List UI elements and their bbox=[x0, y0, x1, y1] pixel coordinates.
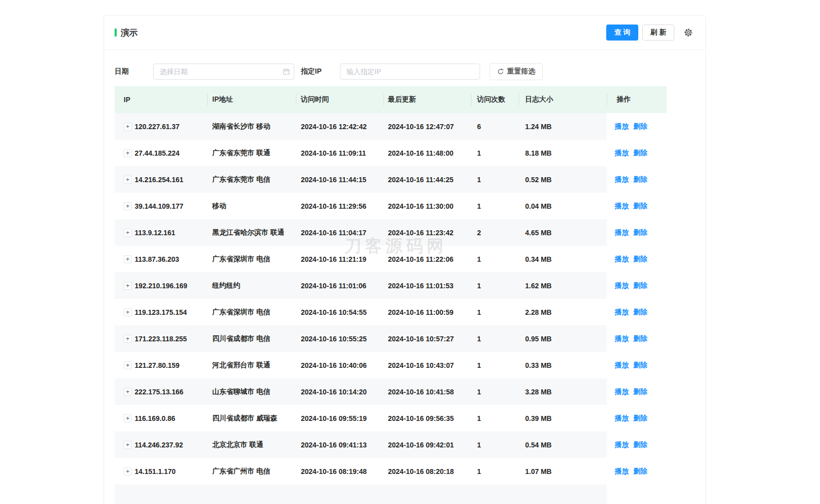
play-link[interactable]: 播放 bbox=[615, 281, 629, 290]
reset-filters-button[interactable]: 重置筛选 bbox=[490, 63, 543, 80]
cell-log-size: 0.39 MB bbox=[519, 405, 607, 431]
cell-ip: + 120.227.61.37 bbox=[115, 113, 207, 140]
play-link[interactable]: 播放 bbox=[615, 175, 629, 184]
cell-visit-count: 1 bbox=[471, 352, 519, 378]
expand-row-button[interactable]: + bbox=[124, 414, 132, 422]
date-picker-input[interactable] bbox=[153, 64, 294, 80]
cell-ip: + 222.175.13.166 bbox=[115, 378, 207, 405]
ip-value: 116.169.0.86 bbox=[135, 414, 175, 422]
table-row-partial bbox=[115, 484, 667, 504]
settings-button[interactable] bbox=[683, 28, 693, 38]
expand-row-button[interactable]: + bbox=[124, 441, 132, 449]
cell-visit-time: 2024-10-16 10:14:20 bbox=[296, 378, 383, 405]
reset-filters-label: 重置筛选 bbox=[507, 67, 535, 76]
panel-card: 演示 查 询 刷 新 日期 bbox=[104, 15, 706, 504]
delete-link[interactable]: 删除 bbox=[633, 361, 647, 370]
reset-icon bbox=[497, 68, 504, 75]
expand-row-button[interactable]: + bbox=[124, 176, 132, 184]
table-row: + 121.27.80.159 河北省邢台市 联通 2024-10-16 10:… bbox=[115, 352, 667, 378]
column-header-last-update: 最后更新 bbox=[383, 86, 471, 113]
delete-link[interactable]: 删除 bbox=[633, 122, 647, 131]
cell-ip: + 39.144.109.177 bbox=[115, 193, 207, 219]
cell-address: 广东省东莞市 电信 bbox=[207, 166, 296, 193]
play-link[interactable]: 播放 bbox=[615, 255, 629, 264]
ip-value: 119.123.175.154 bbox=[135, 308, 187, 316]
play-link[interactable]: 播放 bbox=[615, 308, 629, 317]
table-row: + 119.123.175.154 广东省深圳市 电信 2024-10-16 1… bbox=[115, 299, 667, 325]
play-link[interactable]: 播放 bbox=[615, 387, 629, 396]
cell-ip: + 113.9.12.161 bbox=[115, 219, 207, 246]
play-link[interactable]: 播放 bbox=[615, 414, 629, 423]
delete-link[interactable]: 删除 bbox=[633, 202, 647, 211]
cell-log-size: 2.28 MB bbox=[519, 299, 607, 325]
expand-row-button[interactable]: + bbox=[124, 335, 132, 343]
expand-row-button[interactable]: + bbox=[124, 361, 132, 369]
date-filter-label: 日期 bbox=[115, 67, 153, 76]
page-title: 演示 bbox=[121, 27, 138, 39]
delete-link[interactable]: 删除 bbox=[633, 281, 647, 290]
table-body: + 120.227.61.37 湖南省长沙市 移动 2024-10-16 12:… bbox=[115, 113, 667, 504]
delete-link[interactable]: 删除 bbox=[633, 414, 647, 423]
cell-address: 广东省深圳市 电信 bbox=[207, 246, 296, 272]
expand-row-button[interactable]: + bbox=[124, 149, 132, 157]
query-button[interactable]: 查 询 bbox=[606, 25, 638, 41]
play-link[interactable]: 播放 bbox=[615, 440, 629, 449]
delete-link[interactable]: 删除 bbox=[633, 228, 647, 237]
cell-address: 河北省邢台市 联通 bbox=[207, 352, 296, 378]
table-row: + 27.44.185.224 广东省东莞市 联通 2024-10-16 11:… bbox=[115, 140, 667, 166]
play-link[interactable]: 播放 bbox=[615, 467, 629, 476]
cell-visit-time: 2024-10-16 10:55:25 bbox=[296, 325, 383, 352]
cell-last-update: 2024-10-16 11:30:00 bbox=[383, 193, 471, 219]
expand-row-button[interactable]: + bbox=[124, 229, 132, 237]
cell-visit-time: 2024-10-16 11:09:11 bbox=[296, 140, 383, 166]
cell-actions: 播放 删除 bbox=[607, 272, 667, 299]
table-row: + 222.175.13.166 山东省聊城市 电信 2024-10-16 10… bbox=[115, 378, 667, 405]
play-link[interactable]: 播放 bbox=[615, 228, 629, 237]
cell-actions: 播放 删除 bbox=[607, 458, 667, 484]
expand-row-button[interactable]: + bbox=[124, 388, 132, 396]
delete-link[interactable]: 删除 bbox=[633, 255, 647, 264]
cell-ip: + 14.216.254.161 bbox=[115, 166, 207, 193]
play-link[interactable]: 播放 bbox=[615, 361, 629, 370]
play-link[interactable]: 播放 bbox=[615, 334, 629, 343]
expand-row-button[interactable]: + bbox=[124, 202, 132, 210]
cell-ip: + 171.223.118.255 bbox=[115, 325, 207, 352]
delete-link[interactable]: 删除 bbox=[633, 334, 647, 343]
refresh-button[interactable]: 刷 新 bbox=[642, 25, 674, 41]
ip-value: 171.223.118.255 bbox=[135, 335, 187, 343]
play-link[interactable]: 播放 bbox=[615, 122, 629, 131]
delete-link[interactable]: 删除 bbox=[633, 175, 647, 184]
expand-row-button[interactable]: + bbox=[124, 123, 132, 131]
cell-address: 纽约纽约 bbox=[207, 272, 296, 299]
delete-link[interactable]: 删除 bbox=[633, 467, 647, 476]
cell-visit-time: 2024-10-16 11:21:19 bbox=[296, 246, 383, 272]
ip-filter-input[interactable] bbox=[340, 64, 480, 80]
cell-visit-count: 1 bbox=[471, 272, 519, 299]
cell-last-update: 2024-10-16 11:00:59 bbox=[383, 299, 471, 325]
expand-row-button[interactable]: + bbox=[124, 255, 132, 263]
cell-actions: 播放 删除 bbox=[607, 378, 667, 405]
cell-visit-count: 1 bbox=[471, 299, 519, 325]
cell-last-update: 2024-10-16 09:56:35 bbox=[383, 405, 471, 431]
delete-link[interactable]: 删除 bbox=[633, 387, 647, 396]
cell-ip: + 119.123.175.154 bbox=[115, 299, 207, 325]
play-link[interactable]: 播放 bbox=[615, 149, 629, 158]
cell-visit-count: 1 bbox=[471, 458, 519, 484]
cell-last-update: 2024-10-16 12:47:07 bbox=[383, 113, 471, 140]
delete-link[interactable]: 删除 bbox=[633, 308, 647, 317]
cell-visit-count: 1 bbox=[471, 193, 519, 219]
cell-log-size: 0.95 MB bbox=[519, 325, 607, 352]
cell-visit-time: 2024-10-16 11:29:56 bbox=[296, 193, 383, 219]
expand-row-button[interactable]: + bbox=[124, 467, 132, 475]
cell-log-size: 0.04 MB bbox=[519, 193, 607, 219]
play-link[interactable]: 播放 bbox=[615, 202, 629, 211]
expand-row-button[interactable]: + bbox=[124, 308, 132, 316]
header-actions: 查 询 刷 新 bbox=[606, 25, 693, 41]
cell-visit-count: 2 bbox=[471, 219, 519, 246]
delete-link[interactable]: 删除 bbox=[633, 440, 647, 449]
cell-log-size: 3.28 MB bbox=[519, 378, 607, 405]
cell-last-update: 2024-10-16 11:44:25 bbox=[383, 166, 471, 193]
expand-row-button[interactable]: + bbox=[124, 282, 132, 290]
cell-actions: 播放 删除 bbox=[607, 299, 667, 325]
delete-link[interactable]: 删除 bbox=[633, 149, 647, 158]
